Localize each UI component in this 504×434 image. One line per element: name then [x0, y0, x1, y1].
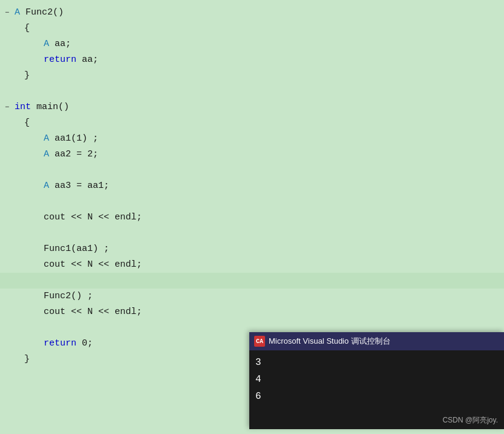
- collapse-spacer-11: [5, 162, 15, 178]
- code-text-4a: return: [44, 52, 76, 68]
- collapse-spacer-22: [5, 336, 15, 352]
- code-line-19: Func2() ;: [0, 289, 504, 304]
- code-text-5: }: [24, 68, 30, 84]
- terminal-output-1: 3: [255, 354, 498, 371]
- code-line-10: A aa2 = 2;: [0, 147, 504, 162]
- collapse-spacer-6: [5, 84, 15, 99]
- code-text-12a: A: [44, 178, 49, 194]
- code-text-7b: main(): [36, 99, 69, 115]
- code-text-3a: A: [44, 36, 49, 52]
- code-text-12b: aa3 = aa1;: [55, 178, 109, 194]
- code-line-9: A aa1(1) ;: [0, 131, 504, 147]
- code-line-4: return aa;: [0, 52, 504, 68]
- code-line-13: [0, 194, 504, 210]
- collapse-spacer-20: [5, 304, 15, 320]
- code-text-9a: A: [44, 131, 49, 147]
- collapse-spacer-18: [5, 273, 15, 289]
- code-line-16: Func1(aa1) ;: [0, 241, 504, 257]
- code-line-1: − A Func2(): [0, 5, 504, 21]
- code-line-5: }: [0, 68, 504, 84]
- code-line-14: cout << N << endl;: [0, 210, 504, 225]
- code-text-22b: 0;: [82, 336, 93, 352]
- code-line-8: {: [0, 115, 504, 131]
- code-line-12: A aa3 = aa1;: [0, 178, 504, 194]
- code-text-20: cout << N << endl;: [44, 304, 142, 320]
- terminal-body: 3 4 6 CSDN @阿亮joy.: [249, 350, 504, 429]
- collapse-spacer-12: [5, 178, 15, 194]
- collapse-spacer-13: [5, 194, 15, 210]
- code-line-18: [0, 273, 504, 289]
- code-line-6: [0, 84, 504, 99]
- terminal-output-3: 6: [255, 388, 498, 405]
- collapse-spacer-9: [5, 131, 15, 147]
- code-content: − A Func2() { A aa; return aa; }: [0, 5, 504, 429]
- collapse-spacer-2: [5, 21, 15, 36]
- code-text-17: cout << N << endl;: [44, 257, 142, 273]
- code-line-11: [0, 162, 504, 178]
- terminal-titlebar: CA Microsoft Visual Studio 调试控制台: [249, 332, 504, 350]
- code-text-10a: A: [44, 147, 49, 162]
- code-text-1a: A: [15, 5, 20, 21]
- collapse-icon-1[interactable]: −: [5, 5, 15, 21]
- terminal-app-icon: CA: [254, 336, 265, 347]
- terminal-title: Microsoft Visual Studio 调试控制台: [269, 336, 391, 347]
- code-editor: − A Func2() { A aa; return aa; }: [0, 0, 504, 434]
- code-line-20: cout << N << endl;: [0, 304, 504, 320]
- collapse-spacer-4: [5, 52, 15, 68]
- code-text-3b: aa;: [55, 36, 71, 52]
- collapse-spacer-5: [5, 68, 15, 84]
- code-line-3: A aa;: [0, 36, 504, 52]
- collapse-spacer-23: [5, 352, 15, 367]
- collapse-spacer-19: [5, 289, 15, 304]
- collapse-spacer-16: [5, 241, 15, 257]
- terminal-output-2: 4: [255, 371, 498, 388]
- code-line-15: [0, 225, 504, 241]
- terminal-credit: CSDN @阿亮joy.: [443, 415, 498, 426]
- code-line-17: cout << N << endl;: [0, 257, 504, 273]
- code-line-2: {: [0, 21, 504, 36]
- terminal-icon-label: CA: [256, 338, 263, 345]
- code-text-2: {: [24, 21, 30, 36]
- code-text-14: cout << N << endl;: [44, 210, 142, 225]
- code-text-23: }: [24, 352, 30, 367]
- collapse-spacer-17: [5, 257, 15, 273]
- code-text-16: Func1(aa1) ;: [44, 241, 109, 257]
- code-text-10b: aa2 = 2;: [55, 147, 98, 162]
- collapse-spacer-21: [5, 320, 15, 336]
- code-text-7a: int: [15, 99, 31, 115]
- collapse-icon-7[interactable]: −: [5, 99, 15, 115]
- code-text-19: Func2() ;: [44, 289, 93, 304]
- collapse-spacer-3: [5, 36, 15, 52]
- code-line-7: − int main(): [0, 99, 504, 115]
- collapse-spacer-14: [5, 210, 15, 225]
- collapse-spacer-8: [5, 115, 15, 131]
- code-text-8: {: [24, 115, 30, 131]
- code-text-1b: Func2(): [25, 5, 64, 21]
- collapse-spacer-15: [5, 225, 15, 241]
- code-text-9b: aa1(1) ;: [55, 131, 98, 147]
- terminal-window: CA Microsoft Visual Studio 调试控制台 3 4 6 C…: [249, 332, 504, 429]
- code-text-22a: return: [44, 336, 76, 352]
- code-text-4b: aa;: [82, 52, 98, 68]
- collapse-spacer-10: [5, 147, 15, 162]
